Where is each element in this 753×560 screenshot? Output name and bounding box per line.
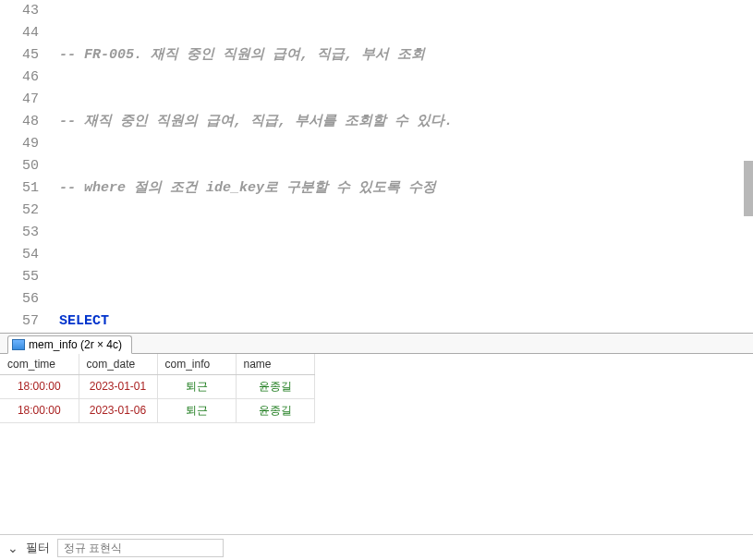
- line-number: 53: [0, 222, 39, 244]
- column-header[interactable]: com_time: [0, 354, 79, 375]
- line-number: 55: [0, 266, 39, 288]
- cell-com-time[interactable]: 18:00:00: [0, 399, 79, 423]
- line-number: 47: [0, 89, 39, 111]
- code-text-area[interactable]: -- FR-005. 재직 중인 직원의 급여, 직급, 부서 조회 -- 재직…: [48, 0, 753, 333]
- query-results-pane: mem_info (2r × 4c) com_time com_date com…: [0, 333, 753, 534]
- collapse-chevron-icon[interactable]: ⌄: [7, 541, 18, 555]
- filter-input[interactable]: [57, 539, 224, 557]
- line-number: 56: [0, 288, 39, 310]
- line-number: 43: [0, 0, 39, 22]
- cell-com-info[interactable]: 퇴근: [157, 375, 236, 399]
- table-row[interactable]: 18:00:00 2023-01-01 퇴근 윤종길: [0, 375, 314, 399]
- sql-comment: -- 재직 중인 직원의 급여, 직급, 부서를 조회할 수 있다.: [59, 114, 453, 129]
- filter-bar: ⌄ 필터: [0, 534, 753, 560]
- column-header[interactable]: com_date: [79, 354, 157, 375]
- cell-com-date[interactable]: 2023-01-06: [79, 399, 157, 423]
- table-icon: [12, 339, 25, 350]
- results-tab-bar: mem_info (2r × 4c): [0, 334, 753, 354]
- results-tab-label: mem_info (2r × 4c): [29, 338, 122, 351]
- sql-comment: -- FR-005. 재직 중인 직원의 급여, 직급, 부서 조회: [59, 47, 425, 63]
- line-number: 49: [0, 133, 39, 155]
- table-row[interactable]: 18:00:00 2023-01-06 퇴근 윤종길: [0, 399, 314, 423]
- line-number: 44: [0, 22, 39, 44]
- line-number: 51: [0, 177, 39, 200]
- line-number: 45: [0, 44, 39, 67]
- cell-name[interactable]: 윤종길: [236, 399, 314, 423]
- cell-name[interactable]: 윤종길: [236, 375, 314, 399]
- cell-com-info[interactable]: 퇴근: [157, 399, 236, 423]
- cell-com-time[interactable]: 18:00:00: [0, 375, 79, 399]
- sql-comment: -- where 절의 조건 ide_key로 구분할 수 있도록 수정: [59, 180, 436, 196]
- line-number: 50: [0, 155, 39, 177]
- results-grid[interactable]: com_time com_date com_info name 18:00:00…: [0, 354, 315, 423]
- line-number: 46: [0, 67, 39, 89]
- line-number: 54: [0, 244, 39, 266]
- line-number: 52: [0, 200, 39, 222]
- line-number-gutter: 43 44 45 46 47 48 49 50 51 52 53 54 55 5…: [0, 0, 48, 333]
- results-tab[interactable]: mem_info (2r × 4c): [7, 335, 132, 354]
- vertical-scrollbar-thumb[interactable]: [744, 161, 753, 216]
- line-number: 48: [0, 111, 39, 133]
- column-header[interactable]: com_info: [157, 354, 236, 375]
- code-editor[interactable]: 43 44 45 46 47 48 49 50 51 52 53 54 55 5…: [0, 0, 753, 333]
- cell-com-date[interactable]: 2023-01-01: [79, 375, 157, 399]
- keyword-select: SELECT: [59, 313, 109, 329]
- filter-label: 필터: [26, 540, 50, 556]
- line-number: 57: [0, 310, 39, 333]
- column-header[interactable]: name: [236, 354, 314, 375]
